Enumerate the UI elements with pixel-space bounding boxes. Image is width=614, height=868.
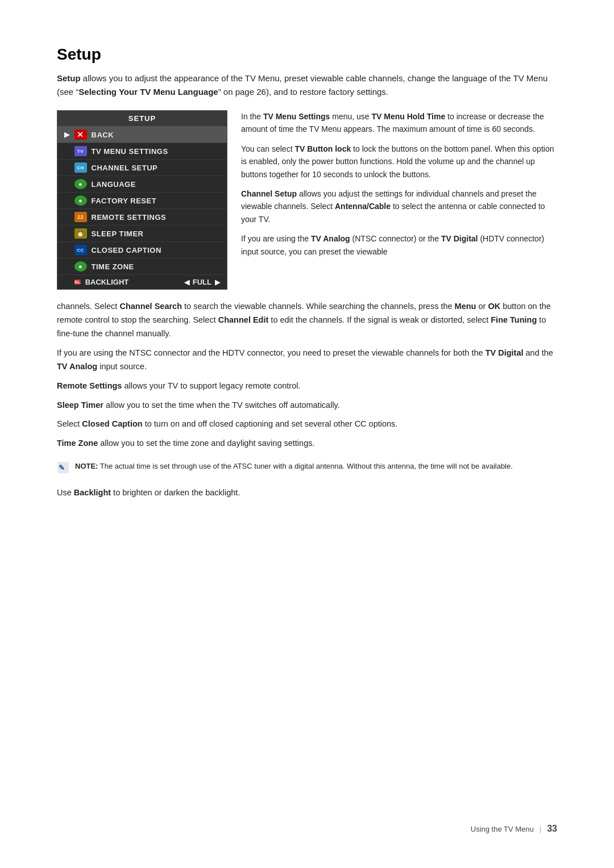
body-para-5: Select Closed Caption to turn on and off… bbox=[57, 418, 557, 431]
body-para-3: Remote Settings allows your TV to suppor… bbox=[57, 379, 557, 393]
backlight-label: BACKLIGHT bbox=[85, 278, 181, 286]
channel-icon: CH bbox=[74, 162, 87, 173]
page-content: Setup Setup allows you to adjust the app… bbox=[57, 45, 557, 500]
menu-item-time-zone[interactable]: ▶ ● TIME ZONE bbox=[57, 258, 227, 275]
section-title: Setup bbox=[57, 45, 557, 64]
menu-item-channel-setup[interactable]: ▶ CH CHANNEL SETUP bbox=[57, 160, 227, 176]
selected-arrow: ▶ bbox=[64, 131, 70, 139]
closed-caption-label: CLOSED CAPTION bbox=[92, 246, 161, 254]
body-para-6: Time Zone allow you to set the time zone… bbox=[57, 437, 557, 450]
note-body: The actual time is set through use of th… bbox=[100, 462, 513, 470]
backlight-row: BACKLIGHT ◀ FULL ▶ bbox=[85, 278, 220, 286]
menu-item-closed-caption[interactable]: ▶ CC CLOSED CAPTION bbox=[57, 242, 227, 258]
two-column-section: SETUP ▶ ✕ BACK ▶ TV TV MENU SETTINGS ▶ C… bbox=[57, 110, 557, 290]
menu-item-language[interactable]: ▶ ● LANGUAGE bbox=[57, 176, 227, 193]
body-para-4: Sleep Timer allow you to set the time wh… bbox=[57, 399, 557, 412]
back-label: BACK bbox=[92, 131, 114, 139]
tv-menu-settings-label: TV MENU SETTINGS bbox=[92, 147, 168, 156]
note-icon: ✎ bbox=[57, 461, 69, 478]
note-label: NOTE: bbox=[75, 462, 98, 470]
right-para-3: Channel Setup allows you adjust the sett… bbox=[241, 187, 557, 226]
menu-item-tv-menu-settings[interactable]: ▶ TV TV MENU SETTINGS bbox=[57, 143, 227, 160]
note-text: NOTE: The actual time is set through use… bbox=[75, 461, 513, 472]
svg-text:✎: ✎ bbox=[59, 464, 65, 472]
note-box: ✎ NOTE: The actual time is set through u… bbox=[57, 461, 557, 478]
factory-reset-label: FACTORY RESET bbox=[92, 197, 157, 205]
language-icon: ● bbox=[74, 179, 87, 189]
menu-item-remote-settings[interactable]: ▶ 22 REMOTE SETTINGS bbox=[57, 209, 227, 226]
footer-separator: | bbox=[540, 825, 541, 833]
backlight-icon: BL bbox=[74, 279, 81, 285]
menu-item-sleep-timer[interactable]: ▶ ⏰ SLEEP TIMER bbox=[57, 226, 227, 242]
menu-item-back[interactable]: ▶ ✕ BACK bbox=[57, 127, 227, 143]
page-number: 33 bbox=[547, 824, 557, 834]
closed-caption-icon: CC bbox=[74, 245, 87, 255]
page-footer: Using the TV Menu | 33 bbox=[471, 824, 557, 834]
menu-item-factory-reset[interactable]: ▶ ● FACTORY RESET bbox=[57, 193, 227, 209]
body-para-1: channels. Select Channel Search to searc… bbox=[57, 300, 557, 341]
time-zone-icon: ● bbox=[74, 261, 87, 272]
menu-item-backlight[interactable]: ▶ BL BACKLIGHT ◀ FULL ▶ bbox=[57, 275, 227, 289]
sleep-timer-label: SLEEP TIMER bbox=[92, 229, 144, 238]
backlight-arrow-right[interactable]: ▶ bbox=[215, 278, 220, 286]
menu-box-title: SETUP bbox=[57, 111, 227, 127]
right-para-4: If you are using the TV Analog (NTSC con… bbox=[241, 232, 557, 258]
language-label: LANGUAGE bbox=[92, 180, 136, 189]
body-para-2: If you are using the NTSC connector and … bbox=[57, 347, 557, 374]
backlight-value: FULL bbox=[193, 278, 211, 286]
footer-label: Using the TV Menu bbox=[471, 825, 534, 833]
right-column: In the TV Menu Settings menu, use TV Men… bbox=[241, 110, 557, 290]
channel-setup-label: CHANNEL SETUP bbox=[92, 164, 158, 172]
intro-text: Setup allows you to adjust the appearanc… bbox=[57, 72, 557, 99]
factory-reset-icon: ● bbox=[74, 195, 87, 206]
time-zone-label: TIME ZONE bbox=[92, 262, 134, 271]
sleep-timer-icon: ⏰ bbox=[74, 228, 87, 239]
remote-settings-label: REMOTE SETTINGS bbox=[92, 213, 167, 222]
remote-settings-icon: 22 bbox=[74, 212, 87, 222]
backlight-arrow-left[interactable]: ◀ bbox=[184, 278, 189, 286]
right-para-1: In the TV Menu Settings menu, use TV Men… bbox=[241, 110, 557, 136]
tv-menu-box: SETUP ▶ ✕ BACK ▶ TV TV MENU SETTINGS ▶ C… bbox=[57, 110, 227, 290]
right-para-2: You can select TV Button lock to lock th… bbox=[241, 143, 557, 181]
body-para-7: Use Backlight to brighten or darken the … bbox=[57, 486, 557, 500]
back-icon: ✕ bbox=[74, 130, 87, 140]
tv-menu-icon: TV bbox=[74, 146, 87, 156]
